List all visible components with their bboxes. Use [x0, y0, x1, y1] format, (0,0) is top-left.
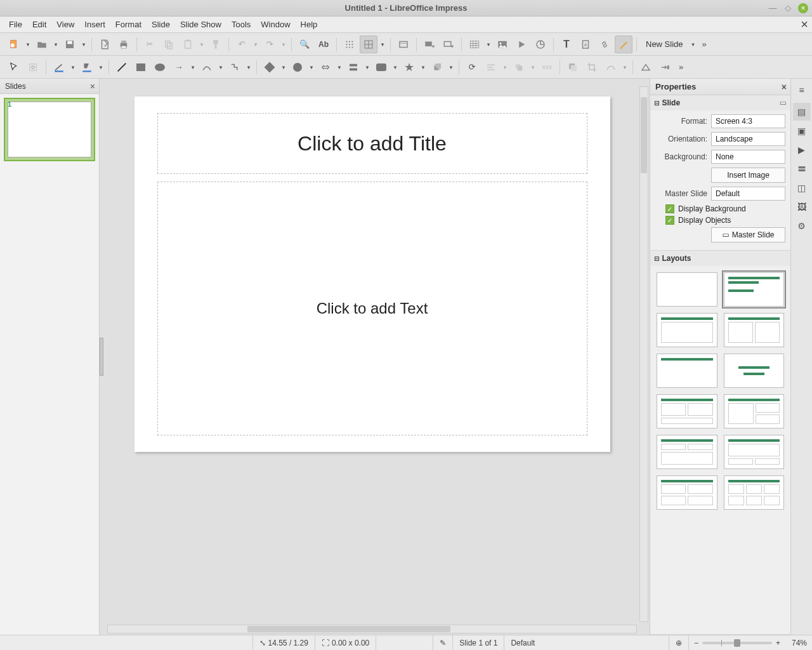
menu-help[interactable]: Help — [296, 18, 323, 31]
flowchart-dropdown-icon[interactable]: ▾ — [363, 58, 371, 76]
document-close-icon[interactable]: × — [801, 17, 808, 32]
section-menu-icon[interactable]: ▭ — [780, 98, 787, 107]
signature-status[interactable]: ✎ — [433, 635, 453, 650]
redo-dropdown-icon[interactable]: ▾ — [280, 36, 287, 53]
zoom-slider[interactable] — [702, 642, 772, 644]
callout-icon[interactable] — [372, 58, 390, 76]
zoom-value[interactable]: 74% — [784, 639, 807, 647]
fit-slide-icon[interactable]: ⊕ — [669, 635, 689, 650]
undo-icon[interactable]: ↶ — [233, 36, 251, 53]
layout-blank[interactable] — [657, 272, 717, 307]
print-icon[interactable] — [115, 36, 133, 53]
line-tool-icon[interactable] — [113, 58, 131, 76]
arrow-dropdown-icon[interactable]: ▾ — [189, 58, 197, 76]
menu-slideshow[interactable]: Slide Show — [175, 18, 226, 31]
save-dropdown-icon[interactable]: ▾ — [80, 36, 88, 53]
arrange-icon[interactable] — [510, 58, 528, 76]
layouts-section-header[interactable]: ⊟ Layouts — [650, 251, 790, 266]
grid-icon[interactable] — [341, 36, 358, 53]
slide-transition-tab-icon[interactable]: ▣ — [793, 122, 811, 140]
display-background-checkbox[interactable]: ✓ Display Background — [665, 204, 785, 213]
animation-tab-icon[interactable]: ▶ — [793, 141, 811, 159]
block-arrows-icon[interactable]: ⇔ — [317, 58, 334, 76]
new-icon[interactable] — [5, 36, 23, 53]
align-dropdown-icon[interactable]: ▾ — [501, 58, 509, 76]
slide-section-header[interactable]: ⊟ Slide ▭ — [650, 95, 790, 110]
master-slide-icon[interactable] — [395, 36, 412, 53]
layout-6content[interactable] — [724, 475, 785, 510]
settings-tab-icon[interactable]: ⚙ — [793, 217, 811, 235]
undo-dropdown-icon[interactable]: ▾ — [252, 36, 259, 53]
horizontal-scrollbar[interactable] — [107, 625, 637, 633]
fill-color-icon[interactable] — [78, 58, 96, 76]
vertical-scrollbar[interactable] — [639, 86, 648, 622]
arrow-tool-icon[interactable]: → — [170, 58, 188, 76]
open-icon[interactable] — [33, 36, 51, 53]
master-slide-button[interactable]: ▭ Master Slide — [711, 227, 785, 242]
rectangle-tool-icon[interactable] — [132, 58, 150, 76]
gallery-tab-icon[interactable]: 🖼 — [793, 198, 811, 216]
maximize-icon[interactable]: ◇ — [783, 3, 793, 13]
distribute-icon[interactable] — [538, 58, 556, 76]
layout-2over1[interactable] — [657, 435, 717, 469]
menu-file[interactable]: File — [4, 18, 27, 31]
layout-title-only[interactable] — [657, 354, 717, 388]
layout-2x1[interactable] — [657, 394, 717, 428]
layout-centered[interactable] — [724, 354, 785, 388]
cut-icon[interactable]: ✂ — [141, 36, 159, 53]
align-icon[interactable] — [482, 58, 500, 76]
open-dropdown-icon[interactable]: ▾ — [52, 36, 60, 53]
menu-format[interactable]: Format — [110, 18, 147, 31]
properties-close-icon[interactable]: × — [782, 82, 787, 92]
zoom-pan-icon[interactable] — [24, 58, 42, 76]
basic-shapes-icon[interactable] — [261, 58, 278, 76]
3d-icon[interactable] — [428, 58, 446, 76]
show-draw-functions-icon[interactable] — [615, 36, 632, 53]
select-tool-icon[interactable] — [5, 58, 23, 76]
properties-tab-icon[interactable]: ▤ — [793, 103, 811, 121]
slide-thumbnail-1[interactable]: 1 — [4, 98, 95, 161]
callout-dropdown-icon[interactable]: ▾ — [391, 58, 399, 76]
new-dropdown-icon[interactable]: ▾ — [24, 36, 32, 53]
menu-edit[interactable]: Edit — [27, 18, 51, 31]
master-slides-tab-icon[interactable] — [793, 160, 811, 178]
3d-dropdown-icon[interactable]: ▾ — [447, 58, 455, 76]
ellipse-tool-icon[interactable] — [151, 58, 169, 76]
block-arrows-dropdown-icon[interactable]: ▾ — [336, 58, 343, 76]
background-select[interactable]: None — [711, 150, 785, 164]
toolbar-overflow-icon[interactable]: » — [698, 39, 710, 49]
snap-guides-icon[interactable] — [360, 36, 377, 53]
slides-panel-close-icon[interactable]: × — [90, 81, 95, 91]
media-icon[interactable] — [513, 36, 530, 53]
menu-insert[interactable]: Insert — [79, 18, 110, 31]
stars-dropdown-icon[interactable]: ▾ — [419, 58, 427, 76]
find-icon[interactable]: 🔍 — [296, 36, 313, 53]
symbol-shapes-dropdown-icon[interactable]: ▾ — [308, 58, 315, 76]
new-slide-button[interactable]: New Slide — [641, 38, 688, 50]
orientation-select[interactable]: Landscape — [711, 132, 785, 146]
spellcheck-icon[interactable]: Ab — [315, 36, 332, 53]
display-objects-checkbox[interactable]: ✓ Display Objects — [665, 216, 785, 225]
shadow-icon[interactable] — [564, 58, 582, 76]
interaction-icon[interactable] — [656, 58, 674, 76]
symbol-shapes-icon[interactable] — [289, 58, 306, 76]
paste-icon[interactable] — [179, 36, 197, 53]
layout-1x2[interactable] — [724, 394, 785, 428]
extrusion-icon[interactable] — [637, 58, 655, 76]
zoom-out-icon[interactable]: − — [694, 639, 698, 647]
curve-tool-icon[interactable] — [198, 58, 216, 76]
layout-1over2[interactable] — [724, 435, 785, 469]
redo-icon[interactable]: ↷ — [261, 36, 278, 53]
table-icon[interactable] — [466, 36, 483, 53]
export-pdf-icon[interactable] — [96, 36, 114, 53]
zoom-in-icon[interactable]: + — [776, 639, 780, 647]
image-icon[interactable] — [494, 36, 511, 53]
menu-slide[interactable]: Slide — [147, 18, 175, 31]
layout-4content[interactable] — [657, 475, 717, 510]
textbox-icon[interactable]: T — [558, 36, 575, 53]
line-color-icon[interactable] — [50, 58, 68, 76]
paste-dropdown-icon[interactable]: ▾ — [198, 36, 206, 53]
layout-title-1content[interactable] — [657, 313, 717, 347]
fill-color-dropdown-icon[interactable]: ▾ — [97, 58, 105, 76]
navigator-tab-icon[interactable]: ◫ — [793, 179, 811, 197]
